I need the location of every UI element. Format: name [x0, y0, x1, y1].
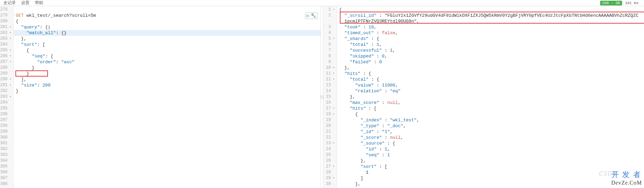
status-badge: 200 - OK: [600, 1, 622, 5]
menu-item[interactable]: 史记录: [3, 0, 16, 6]
wrench-icon[interactable]: 🔧: [311, 13, 316, 18]
menu-item[interactable]: 设置: [21, 0, 29, 6]
response-code: { "_scroll_id" : "FGluY2x1ZGVfY29udGV4dF…: [337, 6, 644, 188]
request-editor[interactable]: 278279280281▾282▾283▾284285▾286▾287▾2882…: [0, 6, 321, 188]
menu-item[interactable]: 帮助: [35, 0, 43, 6]
line-gutter: 1▾2 345▾678910▾11▾12▾1314151617▾18▾19202…: [323, 6, 337, 188]
run-icon[interactable]: ▷: [307, 13, 309, 18]
request-code[interactable]: GET wkl_test/_search?scroll=5m{ "query":…: [14, 6, 321, 188]
line-gutter: 278279280281▾282▾283▾284285▾286▾287▾2882…: [0, 6, 14, 188]
menubar: 史记录 设置 帮助 200 - OK 101 ms: [0, 0, 644, 6]
editor-toolbar: ▷ 🔧: [305, 12, 318, 19]
pane-divider[interactable]: ||: [321, 6, 323, 188]
response-viewer: 1▾2 345▾678910▾11▾12▾1314151617▾18▾19202…: [323, 6, 644, 188]
response-timing: 101 ms: [625, 1, 641, 5]
